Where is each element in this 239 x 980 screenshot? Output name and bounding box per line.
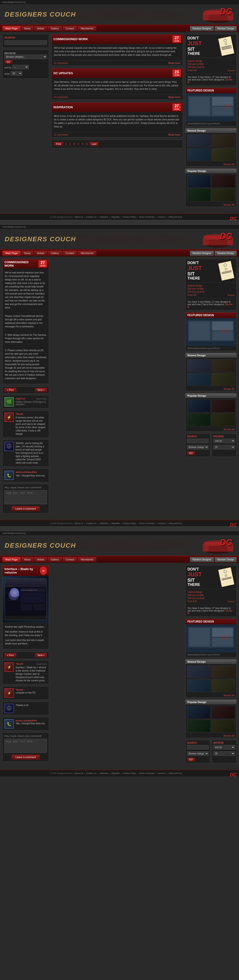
footer-advertise-2[interactable]: Advertise (100, 522, 108, 525)
edit-journal-link-1[interactable]: Edit your journal (187, 66, 234, 68)
browse-all-popular-1[interactable]: Browse All (186, 203, 236, 207)
read-more-cw-1[interactable]: Read more (168, 62, 180, 64)
browse-go-btn-1[interactable]: GO (5, 60, 13, 64)
sb-category-2[interactable]: Browse category... (187, 445, 209, 449)
logout-link-1[interactable]: [Log out] (187, 69, 196, 72)
popular-thumb-2[interactable] (212, 175, 235, 188)
page-num-2-1[interactable]: 2 (69, 142, 72, 146)
popular-thumb-4[interactable] (212, 189, 235, 201)
nav-main-page-3[interactable]: Main Page (2, 557, 21, 562)
footer-about-1[interactable]: About Us (74, 216, 83, 218)
comments-link-insp-1[interactable]: 21 comments (54, 134, 68, 136)
comments-link-cw-1[interactable]: 21 comments (54, 62, 68, 64)
browse-all-newest-3[interactable]: Browse All (186, 694, 236, 697)
sb-sort-2[interactable]: sort by (214, 439, 235, 443)
browse-all-newest-2[interactable]: Browse All (186, 387, 236, 391)
footer-contact-1[interactable]: Contact Us (86, 216, 97, 218)
footer-etiquette-2[interactable]: Etiquette (112, 522, 120, 525)
footer-privacy-1[interactable]: Privacy Policy (123, 216, 136, 218)
show-select-1[interactable]: 20 (11, 71, 22, 76)
design-screenshot-3[interactable]: BLADE Home About Portfolio Contact (3, 576, 49, 623)
nav-gallery-3[interactable]: Gallery (48, 557, 62, 562)
read-more-insp-1[interactable]: Read more (168, 134, 180, 136)
newest-thumb-6[interactable] (212, 359, 235, 372)
page-num-3-1[interactable]: 3 (73, 142, 76, 146)
popular-thumb-12[interactable] (212, 720, 235, 732)
featured-img-3[interactable]: DC (186, 624, 236, 652)
random-designer-btn-2[interactable]: Random Designer (190, 251, 214, 256)
popular-thumb-9[interactable] (187, 706, 210, 719)
first-page-btn-1[interactable]: First (54, 142, 63, 146)
footer-about-3[interactable]: About Us (74, 772, 83, 775)
nav-news-3[interactable]: News (21, 557, 34, 562)
submit-design-link-3[interactable]: Submit design (187, 591, 234, 593)
sort-select-1[interactable]: -- (13, 65, 29, 69)
nav-contact-1[interactable]: Contact (62, 26, 78, 31)
popular-thumb-7[interactable] (187, 413, 210, 426)
search-input-1[interactable] (5, 40, 47, 45)
sb-category-3[interactable]: Browse category... (187, 751, 209, 756)
newest-thumb-11[interactable] (187, 679, 210, 692)
leave-comment-btn-2[interactable]: Leave a comment (11, 506, 40, 511)
random-design-btn-2[interactable]: Random Design (215, 251, 237, 256)
popular-thumb-11[interactable] (187, 720, 210, 732)
browse-all-newest-1[interactable]: Browse All (186, 162, 236, 166)
nav-memberlist-1[interactable]: Memberlist (78, 26, 96, 31)
browse-category-select-1[interactable]: Browse category... (5, 55, 47, 59)
sb-go-btn-3[interactable]: GO (187, 757, 195, 762)
footer-advertise-3[interactable]: Advertise (100, 772, 108, 775)
footer-etiquette-1[interactable]: Etiquette (112, 216, 120, 218)
page-num-5-1[interactable]: 5 (81, 142, 84, 146)
edit-profile-link-3[interactable]: Edit your profile (187, 594, 234, 597)
page-num-1-1[interactable]: 1 (64, 142, 67, 146)
newest-thumb-12[interactable] (212, 679, 235, 692)
footer-invoices-3[interactable]: Invoices (158, 772, 166, 775)
edit-journal-link-3[interactable]: Edit your journal (187, 597, 234, 600)
edit-profile-link-1[interactable]: Edit your profile (187, 63, 234, 65)
footer-help-3[interactable]: Help and FAQ (169, 772, 182, 775)
nav-contact-2[interactable]: Contact (62, 251, 78, 256)
page-num-4-1[interactable]: 4 (77, 142, 80, 146)
popular-thumb-10[interactable] (212, 706, 235, 719)
newest-thumb-2[interactable] (212, 134, 235, 147)
logout-link-3[interactable]: [Log out] (187, 600, 196, 603)
nav-gallery-1[interactable]: Gallery (48, 26, 62, 31)
read-more-dcu-1[interactable]: Read more (168, 96, 180, 99)
footer-contact-2[interactable]: Contact Us (86, 522, 97, 525)
popular-thumb-1[interactable] (187, 175, 210, 188)
random-designer-btn-3[interactable]: Random Designer (190, 557, 214, 562)
prev-btn-2[interactable]: « Prev (5, 388, 16, 392)
footer-about-2[interactable]: About Us (74, 522, 83, 525)
submit-design-link-1[interactable]: Submit design (187, 60, 234, 62)
footer-help-1[interactable]: Help and FAQ (169, 216, 182, 218)
comment-textarea-3[interactable] (5, 739, 47, 753)
featured-img-1[interactable]: DC (186, 93, 236, 121)
last-page-btn-1[interactable]: Last (89, 142, 99, 146)
random-designer-btn-1[interactable]: Random Designer (190, 26, 214, 31)
footer-invoices-2[interactable]: Invoices (158, 522, 166, 525)
nav-artists-2[interactable]: Artists (34, 251, 47, 256)
nav-news-2[interactable]: News (21, 251, 34, 256)
newest-thumb-4[interactable] (212, 148, 235, 161)
footer-invoices-1[interactable]: Invoices (158, 216, 166, 218)
comment-textarea-2[interactable] (5, 490, 47, 504)
submit-design-link-2[interactable]: Submit design (187, 285, 234, 287)
nav-artists-1[interactable]: Artists (34, 26, 47, 31)
nav-contact-3[interactable]: Contact (62, 557, 78, 562)
nav-memberlist-3[interactable]: Memberlist (78, 557, 96, 562)
leave-comment-btn-3[interactable]: Leave a comment (11, 755, 40, 760)
newest-thumb-7[interactable] (187, 373, 210, 386)
random-design-btn-1[interactable]: Random Design (215, 26, 237, 31)
prev-btn-3[interactable]: « Prev (5, 653, 16, 657)
random-design-btn-3[interactable]: Random Design (215, 557, 237, 562)
next-btn-3[interactable]: Next » (35, 653, 47, 657)
sb-show-2[interactable]: 20 (214, 445, 235, 449)
newest-thumb-9[interactable] (187, 665, 210, 678)
footer-terms-1[interactable]: Terms of Service (139, 216, 155, 218)
footer-terms-3[interactable]: Terms of Service (139, 772, 155, 775)
popular-thumb-3[interactable] (187, 189, 210, 201)
sb-search-input-2[interactable] (187, 439, 209, 443)
next-btn-2[interactable]: Next » (35, 388, 47, 392)
nav-artists-3[interactable]: Artists (34, 557, 47, 562)
sb-go-btn-2[interactable]: GO (187, 451, 195, 455)
